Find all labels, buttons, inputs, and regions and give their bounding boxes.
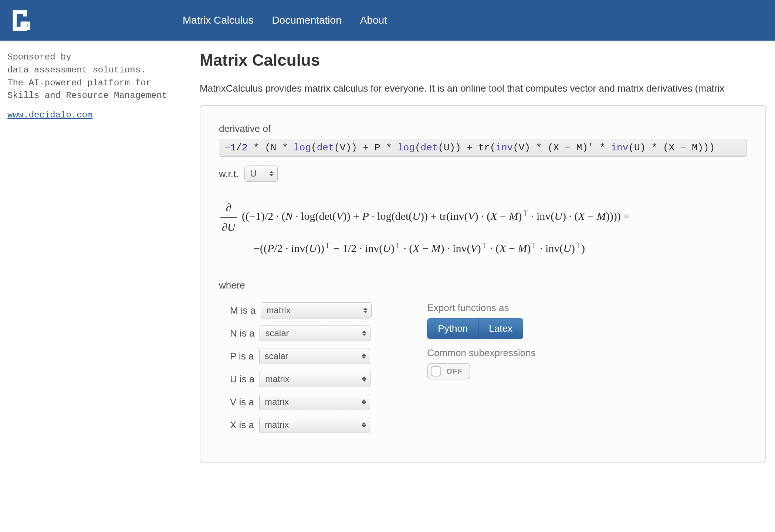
derivative-of-label: derivative of: [219, 123, 747, 134]
chevron-updown-icon: [362, 399, 366, 405]
nav-matrix-calculus[interactable]: Matrix Calculus: [183, 14, 253, 26]
chevron-updown-icon: [362, 354, 366, 359]
var-row-u: U is a matrix: [230, 371, 372, 387]
export-label: Export functions as: [427, 302, 535, 314]
sponsor-link[interactable]: www.decidalo.com: [7, 109, 177, 122]
sponsor-line: Skills and Resource Management: [7, 89, 177, 102]
where-label: where: [219, 280, 747, 291]
cse-toggle[interactable]: OFF: [427, 363, 470, 379]
top-header: Matrix Calculus Documentation About: [0, 0, 775, 41]
chevron-updown-icon: [269, 171, 274, 176]
chevron-updown-icon: [362, 376, 366, 382]
export-button-group: Python Latex: [427, 318, 523, 339]
intro-text: MatrixCalculus provides matrix calculus …: [200, 83, 775, 94]
calculator-panel: derivative of −1/2 * (N * log(det(V)) + …: [200, 105, 766, 463]
sponsor-sidebar: Sponsored by data assessment solutions. …: [0, 41, 185, 132]
var-type-select-v[interactable]: matrix: [259, 394, 370, 410]
partial-numerator: ∂: [220, 198, 237, 218]
toggle-knob-icon: [431, 366, 441, 376]
var-row-n: N is a scalar: [230, 325, 372, 341]
toggle-state: OFF: [446, 367, 462, 376]
var-row-x: X is a matrix: [230, 417, 372, 433]
var-row-v: V is a matrix: [230, 394, 372, 410]
export-python-button[interactable]: Python: [427, 318, 478, 339]
nav-about[interactable]: About: [360, 14, 387, 26]
var-type-select-x[interactable]: matrix: [259, 417, 370, 433]
var-row-p: P is a scalar: [230, 348, 372, 364]
cse-label: Common subexpressions: [427, 347, 535, 359]
sponsor-line: The AI-powered platform for: [7, 77, 177, 90]
result-display: ∂ ∂U ((−1)/2 · (N · log(det(V)) + P · lo…: [219, 198, 747, 258]
nav-documentation[interactable]: Documentation: [272, 14, 341, 26]
export-latex-button[interactable]: Latex: [478, 318, 523, 339]
wrt-value: U: [250, 168, 256, 179]
expression-input[interactable]: −1/2 * (N * log(det(V)) + P * log(det(U)…: [219, 139, 747, 157]
main-nav: Matrix Calculus Documentation About: [183, 14, 387, 26]
var-type-select-u[interactable]: matrix: [260, 371, 370, 387]
sponsor-line: Sponsored by: [7, 51, 177, 64]
wrt-select[interactable]: U: [244, 166, 278, 182]
variable-types: M is a matrix N is a scalar: [219, 302, 372, 440]
var-row-m: M is a matrix: [230, 302, 372, 318]
partial-denominator: ∂U: [220, 218, 237, 236]
var-type-select-n[interactable]: scalar: [260, 325, 370, 341]
chevron-updown-icon: [362, 422, 366, 427]
chevron-updown-icon: [362, 331, 366, 336]
main-content: Matrix Calculus MatrixCalculus provides …: [185, 41, 775, 463]
var-type-select-p[interactable]: scalar: [259, 348, 370, 364]
sponsor-line: data assessment solutions.: [7, 64, 177, 77]
wrt-label: w.r.t.: [219, 168, 238, 180]
export-block: Export functions as Python Latex Common …: [427, 302, 535, 379]
var-type-select-m[interactable]: matrix: [261, 302, 372, 318]
site-logo[interactable]: [9, 7, 35, 33]
chevron-updown-icon: [363, 308, 368, 313]
page-title: Matrix Calculus: [200, 51, 775, 69]
